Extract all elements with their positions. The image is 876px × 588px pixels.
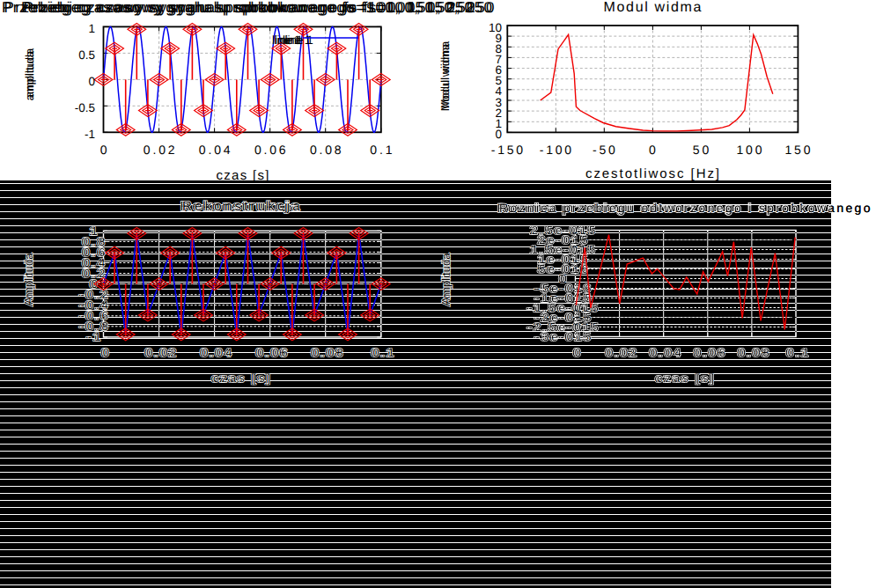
- svg-text:Roznica przebiegu odtworzonego: Roznica przebiegu odtworzonego i sprobko…: [499, 201, 871, 215]
- svg-text:0.02: 0.02: [144, 143, 177, 157]
- svg-text:0.1: 0.1: [370, 143, 394, 157]
- svg-text:0.08: 0.08: [740, 346, 772, 359]
- svg-text:1: 1: [88, 22, 95, 35]
- svg-text:Amplituda: Amplituda: [22, 253, 35, 305]
- svg-text:Amplituda: Amplituda: [439, 253, 453, 305]
- svg-text:0: 0: [103, 346, 112, 359]
- svg-text:0.08: 0.08: [310, 143, 343, 157]
- svg-text:0.06: 0.06: [254, 143, 288, 157]
- svg-text:0: 0: [575, 346, 584, 359]
- svg-text:100: 100: [737, 143, 765, 157]
- svg-text:0.1: 0.1: [788, 346, 812, 359]
- svg-text:0.06: 0.06: [695, 346, 727, 359]
- svg-text:0.5: 0.5: [78, 48, 95, 62]
- svg-text:czas [s]: czas [s]: [213, 371, 273, 385]
- svg-text:amplituda: amplituda: [23, 48, 36, 98]
- svg-text:-100: -100: [540, 143, 574, 157]
- svg-text:10: 10: [489, 21, 502, 34]
- svg-text:-50: -50: [593, 143, 618, 157]
- svg-text:-150: -150: [491, 143, 526, 157]
- svg-text:Rekonstrukcja: Rekonstrukcja: [182, 199, 303, 214]
- svg-text:0.04: 0.04: [202, 346, 234, 359]
- svg-text:0.02: 0.02: [607, 346, 639, 359]
- svg-text:czestotliwosc [Hz]: czestotliwosc [Hz]: [585, 166, 720, 181]
- svg-text:-1: -1: [88, 330, 104, 343]
- svg-text:0.08: 0.08: [313, 346, 345, 359]
- svg-text:0.04: 0.04: [651, 346, 683, 359]
- svg-text:Modul widma: Modul widma: [438, 40, 452, 108]
- svg-text:150: 150: [785, 143, 813, 157]
- svg-text:-1: -1: [85, 128, 95, 141]
- svg-text:0.02: 0.02: [146, 346, 179, 359]
- svg-text:50: 50: [693, 143, 711, 157]
- svg-text:0: 0: [88, 75, 95, 88]
- svg-text:-3e-015: -3e-015: [536, 330, 594, 343]
- svg-text:0: 0: [100, 143, 110, 157]
- svg-text:0.06: 0.06: [257, 346, 290, 359]
- svg-text:Przebieg czasowy sygnalu sprob: Przebieg czasowy sygnalu sprobkowanego f…: [24, 0, 495, 16]
- svg-text:czas [s]: czas [s]: [657, 371, 717, 385]
- svg-text:-0.5: -0.5: [75, 101, 95, 114]
- svg-text:line 1: line 1: [285, 33, 313, 47]
- svg-text:Modul widma: Modul widma: [604, 0, 703, 15]
- svg-text:0.04: 0.04: [199, 143, 232, 157]
- svg-text:0.1: 0.1: [373, 346, 397, 359]
- svg-text:0: 0: [649, 143, 659, 157]
